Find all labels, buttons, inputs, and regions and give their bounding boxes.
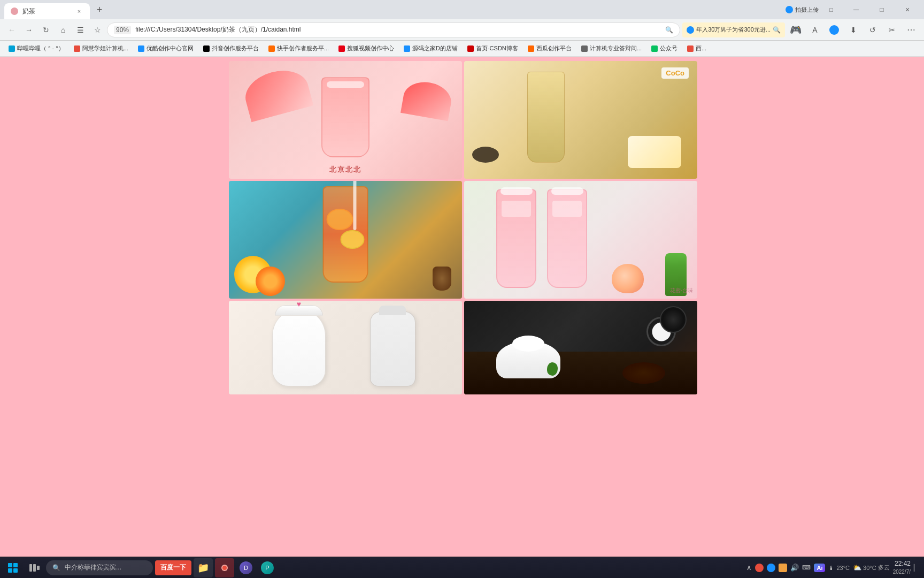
windows-start-button[interactable] (3, 558, 22, 577)
ice-2 (552, 201, 582, 217)
wm-slice-1 (241, 64, 314, 122)
taskbar: 🔍 中介称菲律宾宾滨... 百度一下 📁 D P ∧ 🔊 ⌨ Ai 🌡 (0, 557, 924, 578)
coco-logo: CoCo (661, 67, 689, 79)
bookmark-douyin[interactable]: 抖音创作服务平台 (199, 43, 263, 55)
pine-cone (433, 267, 451, 291)
tab-close-button[interactable]: × (75, 7, 83, 16)
reader-button[interactable]: ☰ (73, 22, 88, 37)
bookmarks-bar: 哔哩哔哩（ ° - °） 阿慧学姐计算机... 优酷创作中心官网 抖音创作服务平… (0, 41, 924, 57)
minimize-button[interactable]: ─ (844, 2, 868, 18)
image-coco[interactable]: CoCo (464, 61, 697, 179)
bookmark-button[interactable]: ☆ (90, 22, 105, 37)
jar-neck (379, 306, 406, 315)
oreo-2 (660, 306, 687, 333)
bookmark-kuaishou[interactable]: 快手创作者服务平... (264, 43, 333, 55)
maximize-button[interactable]: □ (869, 2, 894, 18)
home-button[interactable]: ⌂ (56, 22, 71, 37)
record-icon[interactable] (215, 558, 234, 577)
kuaishou-favicon (268, 45, 275, 52)
browser-tab[interactable]: 奶茶 × (4, 3, 90, 19)
bookmark-ahui[interactable]: 阿慧学姐计算机... (70, 43, 133, 55)
task-view-button[interactable] (25, 558, 44, 577)
image-watermelon[interactable]: 北京北北 (229, 61, 462, 179)
bookmark-jisuanji[interactable]: 计算机专业答辩问... (577, 43, 646, 55)
close-button[interactable]: × (895, 2, 920, 18)
image-pink-drinks[interactable]: 花蜜·台味 (464, 181, 697, 299)
nav-toolbar: ← → ↻ ⌂ ☰ ☆ 90% file:///C:/Users/31304/D… (0, 19, 924, 41)
tray-icon-1[interactable] (755, 564, 764, 572)
green-garnish (547, 362, 558, 376)
cup-lid (327, 81, 364, 88)
screen-capture-icon[interactable]: □ (825, 4, 837, 15)
orange-1 (256, 267, 285, 296)
ad-banner[interactable]: 年入30万男子为省300元进... 🔍 (682, 22, 785, 37)
image-oreo[interactable] (464, 301, 697, 394)
download-button[interactable]: ⬇ (845, 21, 862, 39)
search-in-page-icon[interactable]: 🔍 (665, 26, 673, 34)
extensions-button[interactable]: 🎮 (787, 21, 804, 39)
tab-title: 奶茶 (22, 7, 71, 16)
sougou-toolbar-icon[interactable] (826, 21, 843, 39)
lemon-in-cup (341, 230, 365, 249)
windows-logo (8, 563, 18, 573)
baidu-button[interactable]: 百度一下 (155, 560, 191, 575)
task-view-icon (29, 564, 40, 572)
volume-icon[interactable]: 🔊 (790, 564, 799, 572)
sougou-icon[interactable]: 拍摄上传 (781, 4, 823, 16)
youku-favicon (138, 45, 144, 52)
new-tab-button[interactable]: + (92, 2, 107, 17)
yuanmajia-favicon (404, 45, 410, 52)
weather-section: 🌡 23°C (828, 565, 850, 571)
bookmark-csdn[interactable]: 首页-CSDN博客 (463, 43, 522, 55)
title-bar: 奶茶 × + 拍摄上传 □ ─ □ × (0, 0, 924, 19)
forward-button[interactable]: → (21, 22, 36, 37)
taskbar-search-text: 中介称菲律宾宾滨... (65, 563, 121, 572)
jisuanji-favicon (581, 45, 588, 52)
show-desktop-button[interactable]: ▏ (914, 564, 919, 572)
address-bar[interactable]: 90% file:///C:/Users/31304/Desktop/奶茶（九页… (107, 22, 680, 37)
clock-section[interactable]: 22:42 2022/7/ (893, 560, 911, 575)
page-content: 北京北北 CoCo (0, 57, 924, 557)
back-button[interactable]: ← (4, 22, 19, 37)
window-controls: ─ □ × (844, 2, 920, 18)
image-white-cups[interactable]: ♥ (229, 301, 462, 394)
address-text: file:///C:/Users/31304/Desktop/奶茶（九页）/1/… (135, 25, 661, 34)
bookmark-youku[interactable]: 优酷创作中心官网 (134, 43, 198, 55)
weather-main: ⛅ 30°C 多云 (853, 564, 890, 572)
taskbar-search[interactable]: 🔍 中介称菲律宾宾滨... (46, 560, 153, 575)
refresh-button[interactable]: ↻ (38, 22, 53, 37)
zoom-level: 90% (114, 26, 131, 34)
coco-tea-leaves (472, 147, 499, 163)
bookmark-gongzhonghao[interactable]: 公众号 (647, 43, 682, 55)
app-icon-2[interactable]: P (258, 558, 277, 577)
wechat-favicon (651, 45, 658, 52)
image-grid: 北京北北 CoCo (227, 59, 697, 394)
bookmark-xi[interactable]: 西... (683, 43, 711, 55)
record-dot (221, 565, 228, 571)
ahui-favicon (74, 45, 80, 52)
browser-chrome: 奶茶 × + 拍摄上传 □ ─ □ × ← → ↻ ⌂ ☰ ☆ (0, 0, 924, 57)
tray-icons-group: ∧ 🔊 ⌨ Ai (746, 564, 825, 572)
translate-button[interactable]: A (806, 21, 823, 39)
scissors-button[interactable]: ✂ (883, 21, 900, 39)
weather-cloud-icon: ⛅ (853, 564, 861, 572)
ai-badge[interactable]: Ai (814, 564, 825, 572)
history-button[interactable]: ↺ (864, 21, 881, 39)
app-icon-1[interactable]: D (236, 558, 256, 577)
orange-in-cup (327, 209, 353, 230)
xigua-favicon (528, 45, 534, 52)
file-manager-icon[interactable]: 📁 (194, 558, 213, 577)
heart-decoration: ♥ (297, 301, 301, 308)
tray-up-arrow[interactable]: ∧ (746, 564, 752, 572)
bookmark-yuanmajia[interactable]: 源码之家D的店铺 (399, 43, 462, 55)
bilibili-favicon (9, 45, 15, 52)
tray-icon-3[interactable] (779, 564, 787, 572)
bookmark-sohu[interactable]: 搜狐视频创作中心 (334, 43, 398, 55)
bookmark-xigua[interactable]: 西瓜创作平台 (523, 43, 576, 55)
settings-button[interactable]: ⋯ (903, 21, 920, 39)
main-cup (321, 77, 369, 157)
keyboard-icon[interactable]: ⌨ (802, 564, 811, 571)
bookmark-bilibili[interactable]: 哔哩哔哩（ ° - °） (4, 43, 68, 55)
image-fruit-tea[interactable] (229, 181, 462, 299)
tray-icon-2[interactable] (767, 564, 775, 572)
